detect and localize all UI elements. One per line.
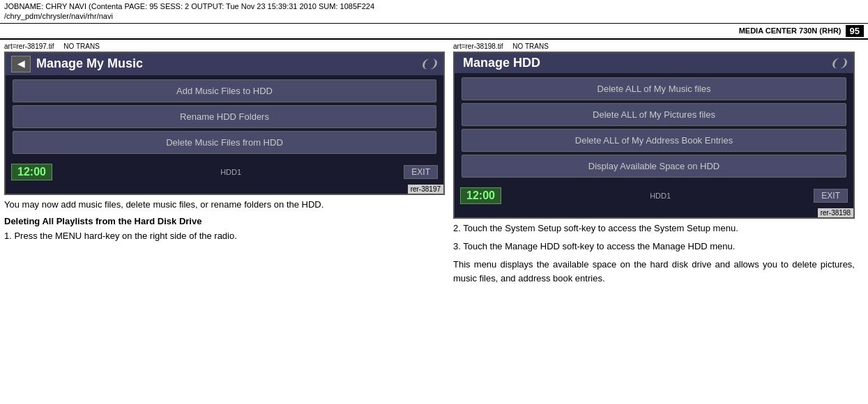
screen-manage-music: ◀ Manage My Music ❨❩ Add Music Files to … bbox=[4, 52, 445, 195]
page-number: 95 bbox=[846, 25, 864, 37]
delete-music-btn[interactable]: Delete Music Files from HDD bbox=[13, 131, 436, 154]
screen2-footer: 12:00 HDD1 EXIT bbox=[455, 185, 853, 207]
left-body2: 1. Press the MENU hard-key on the right … bbox=[4, 229, 445, 243]
art-label-left: art=rer-38197.tif NO TRANS bbox=[4, 42, 445, 50]
right-body3: This menu displays the available space o… bbox=[453, 258, 855, 286]
left-column: art=rer-38197.tif NO TRANS ◀ Manage My M… bbox=[4, 42, 450, 290]
rename-folders-btn[interactable]: Rename HDD Folders bbox=[13, 105, 436, 128]
screen1-time: 12:00 bbox=[11, 164, 52, 180]
left-heading: Deleting All Playlists from the Hard Dis… bbox=[4, 216, 445, 226]
screen2-hdd: HDD1 bbox=[507, 192, 814, 200]
delete-music-files-btn[interactable]: Delete ALL of My Music files bbox=[462, 77, 846, 100]
screen1-footer: 12:00 HDD1 EXIT bbox=[6, 161, 443, 183]
back-button[interactable]: ◀ bbox=[11, 56, 31, 72]
header-line1: JOBNAME: CHRY NAVI (Contenta PAGE: 95 SE… bbox=[4, 1, 864, 11]
left-body1: You may now add music files, delete musi… bbox=[4, 198, 445, 212]
main-content: art=rer-38197.tif NO TRANS ◀ Manage My M… bbox=[0, 40, 868, 293]
delete-pictures-files-btn[interactable]: Delete ALL of My Pictures files bbox=[462, 103, 846, 126]
tilt-icon-left: ❨❩ bbox=[420, 57, 438, 70]
screen2-time: 12:00 bbox=[460, 187, 501, 204]
header-line2: /chry_pdm/chrysler/navi/rhr/navi bbox=[4, 11, 864, 21]
art-label-right: art=rer-38198.tif NO TRANS bbox=[453, 42, 855, 50]
header-bar: JOBNAME: CHRY NAVI (Contenta PAGE: 95 SE… bbox=[0, 0, 868, 24]
add-music-btn[interactable]: Add Music Files to HDD bbox=[13, 79, 436, 102]
section-label: MEDIA CENTER 730N (RHR) bbox=[739, 26, 842, 35]
screen2-exit-btn[interactable]: EXIT bbox=[814, 189, 848, 203]
screen2-header: Manage HDD ❨❩ bbox=[455, 53, 853, 73]
display-space-btn[interactable]: Display Available Space on HDD bbox=[462, 155, 846, 178]
ref-label-left: rer-38197 bbox=[408, 185, 443, 194]
screen1-exit-btn[interactable]: EXIT bbox=[404, 165, 438, 179]
right-column: art=rer-38198.tif NO TRANS Manage HDD ❨❩… bbox=[450, 42, 855, 290]
ref-label-right: rer-38198 bbox=[818, 208, 853, 217]
right-body1: 2. Touch the System Setup soft-key to ac… bbox=[453, 222, 855, 235]
screen1-buttons: Add Music Files to HDD Rename HDD Folder… bbox=[6, 75, 443, 158]
section-header: MEDIA CENTER 730N (RHR) 95 bbox=[0, 24, 868, 40]
clearfix: rer-38197 bbox=[6, 183, 443, 194]
tilt-icon-right: ❨❩ bbox=[830, 56, 848, 70]
screen1-header: ◀ Manage My Music ❨❩ bbox=[6, 53, 443, 75]
screen2-title: Manage HDD bbox=[460, 56, 824, 70]
screen1-hdd: HDD1 bbox=[58, 168, 404, 176]
screen1-title: Manage My Music bbox=[36, 56, 414, 71]
right-body2: 3. Touch the Manage HDD soft-key to acce… bbox=[453, 240, 855, 254]
clearfix2: rer-38198 bbox=[455, 207, 853, 217]
screen2-buttons: Delete ALL of My Music files Delete ALL … bbox=[455, 73, 853, 182]
delete-address-book-btn[interactable]: Delete ALL of My Address Book Entries bbox=[462, 129, 846, 152]
screen-manage-hdd: Manage HDD ❨❩ Delete ALL of My Music fil… bbox=[453, 52, 855, 219]
